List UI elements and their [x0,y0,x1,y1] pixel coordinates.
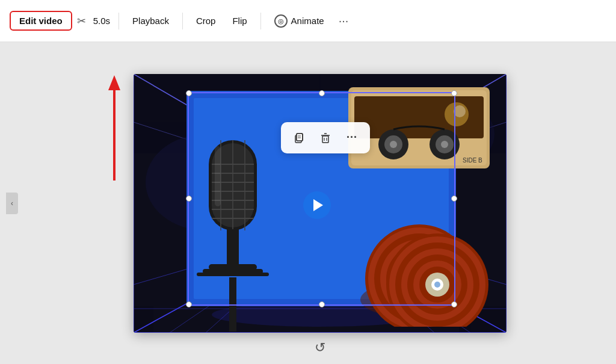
playback-button[interactable]: Playback [125,12,176,29]
svg-point-54 [441,141,448,148]
svg-marker-1 [108,75,120,90]
left-panel: ‹ [0,42,24,364]
edit-video-button[interactable]: Edit video [10,11,72,31]
svg-rect-45 [215,146,221,206]
crop-button[interactable]: Crop [189,12,223,29]
refresh-button[interactable]: ↺ [315,340,325,356]
svg-point-78 [434,282,440,288]
animate-icon: ◎ [274,14,288,28]
animate-label: Animate [291,16,324,26]
popup-more-button[interactable]: ··· [341,127,363,149]
toolbar-separator-2 [182,13,183,29]
svg-rect-43 [197,273,269,276]
action-popup: ··· [281,122,370,153]
left-chevron-button[interactable]: ‹ [6,193,18,214]
toolbar: Edit video ✂ 5.0s Playback Crop Flip ◎ A… [0,0,616,42]
toolbar-separator-1 [119,13,119,29]
copy-button[interactable] [288,127,310,149]
svg-point-56 [454,105,466,117]
svg-rect-84 [322,136,328,143]
animate-button[interactable]: ◎ Animate [267,11,331,31]
video-background: SIDE B [134,74,507,333]
svg-rect-40 [227,229,239,265]
annotation-arrow [84,72,132,195]
vinyl-graphic [341,200,497,327]
microphone-graphic [173,128,293,333]
delete-button[interactable] [315,127,336,149]
toolbar-separator-3 [260,13,261,29]
more-options-button[interactable]: ··· [334,11,354,30]
canvas-area: SIDE B [24,42,616,364]
flip-button[interactable]: Flip [225,12,254,29]
svg-text:SIDE B: SIDE B [463,157,482,164]
play-button[interactable] [303,191,331,219]
svg-rect-44 [229,277,236,332]
main-area: ‹ [0,42,616,364]
duration-label: 5.0s [91,16,112,26]
svg-point-53 [390,141,397,148]
scissors-icon: ✂ [77,14,86,28]
video-frame: SIDE B [134,74,507,333]
